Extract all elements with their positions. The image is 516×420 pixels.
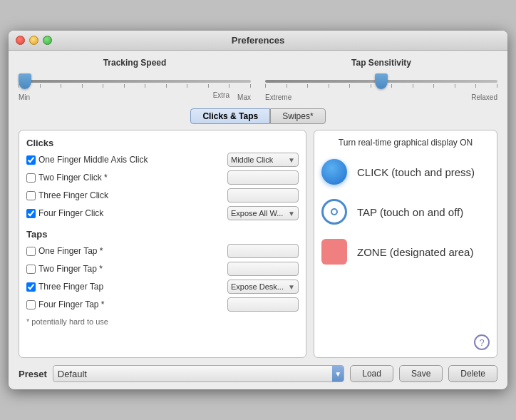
zone-legend-item: ZONE (designated area) xyxy=(321,239,473,265)
tick xyxy=(124,84,125,88)
tab-clicks-taps[interactable]: Clicks & Taps xyxy=(190,108,270,124)
tracking-speed-extra-label: Extra xyxy=(213,91,229,99)
click-legend-text: CLICK (touch and press) xyxy=(357,166,475,178)
tap-sensitivity-slider-labels: Extreme Relaxed xyxy=(265,93,497,101)
tap-sensitivity-slider-container xyxy=(265,71,497,92)
tap-legend-item: TAP (touch on and off) xyxy=(321,199,463,225)
tick xyxy=(103,84,103,88)
tap-sensitivity-max-label: Relaxed xyxy=(471,93,497,101)
one-finger-middle-checkbox[interactable] xyxy=(26,155,36,165)
tick xyxy=(413,84,413,88)
right-panel-title: Turn real-time graphical display ON xyxy=(321,138,490,148)
one-finger-tap-dropdown[interactable] xyxy=(227,244,299,258)
tap-legend-text: TAP (touch on and off) xyxy=(357,206,463,218)
two-finger-tap-checkbox[interactable] xyxy=(26,265,36,274)
tick xyxy=(287,84,287,88)
four-finger-tap-label: Four Finger Tap * xyxy=(38,299,225,309)
preset-label: Preset xyxy=(19,369,47,379)
chevron-down-icon: ▼ xyxy=(288,156,295,164)
tap-sensitivity-thumb[interactable] xyxy=(375,73,388,89)
main-content: Tracking Speed xyxy=(9,51,507,389)
save-button[interactable]: Save xyxy=(399,365,443,382)
three-finger-dropdown[interactable] xyxy=(227,188,299,203)
one-finger-middle-dropdown-value: Middle Click xyxy=(231,155,273,164)
tick xyxy=(40,84,41,88)
maximize-button[interactable] xyxy=(43,36,52,45)
three-finger-tap-checkbox[interactable] xyxy=(26,282,36,292)
preset-dropdown-arrow-icon: ▼ xyxy=(332,366,344,381)
four-finger-checkbox[interactable] xyxy=(26,209,36,218)
one-finger-tap-label: One Finger Tap * xyxy=(38,246,225,256)
one-finger-middle-dropdown[interactable]: Middle Click ▼ xyxy=(227,153,299,167)
tick xyxy=(391,84,392,88)
tracking-speed-max-label: Max xyxy=(237,93,251,101)
tap-item-four-finger: Four Finger Tap * xyxy=(26,297,299,312)
tap-sensitivity-track[interactable] xyxy=(265,80,497,83)
tick xyxy=(208,84,209,88)
click-item-one-finger-middle: One Finger Middle Axis Click Middle Clic… xyxy=(26,153,299,167)
tracking-speed-track[interactable]: Extra xyxy=(19,80,251,83)
tick xyxy=(433,84,434,88)
tick xyxy=(82,84,83,88)
tab-swipes[interactable]: Swipes* xyxy=(270,108,325,124)
one-finger-tap-checkbox[interactable] xyxy=(26,247,36,256)
two-finger-label: Two Finger Click * xyxy=(38,173,225,183)
click-legend-item: CLICK (touch and press) xyxy=(321,159,475,185)
tracking-speed-label: Tracking Speed xyxy=(103,58,167,68)
delete-button[interactable]: Delete xyxy=(448,365,497,382)
window-title: Preferences xyxy=(232,35,284,46)
two-finger-tap-label: Two Finger Tap * xyxy=(38,264,225,274)
zone-legend-text: ZONE (designated area) xyxy=(357,246,473,258)
click-item-four-finger: Four Finger Click Expose All W... ▼ xyxy=(26,206,299,220)
chevron-down-icon: ▼ xyxy=(288,283,295,291)
tap-icon xyxy=(321,199,347,225)
tick xyxy=(307,84,308,88)
four-finger-label: Four Finger Click xyxy=(38,208,225,218)
four-finger-dropdown[interactable]: Expose All W... ▼ xyxy=(227,206,299,220)
preset-value: Default xyxy=(58,369,87,379)
clicks-section-title: Clicks xyxy=(26,138,299,148)
tap-item-two-finger: Two Finger Tap * xyxy=(26,262,299,276)
help-button[interactable]: ? xyxy=(474,334,490,350)
preferences-window: Preferences Tracking Speed xyxy=(9,31,507,389)
sliders-row: Tracking Speed xyxy=(19,58,497,101)
tick xyxy=(371,84,371,88)
tick xyxy=(329,84,329,88)
two-finger-tap-dropdown[interactable] xyxy=(227,262,299,276)
load-button[interactable]: Load xyxy=(350,365,393,382)
panels-container: Clicks One Finger Middle Axis Click Midd… xyxy=(19,130,497,358)
tabs-row: Clicks & Taps Swipes* xyxy=(19,108,497,124)
three-finger-label: Three Finger Click xyxy=(38,190,225,200)
three-finger-tap-dropdown[interactable]: Expose Desk... ▼ xyxy=(227,280,299,294)
tick xyxy=(475,84,476,88)
tap-inner-ring xyxy=(331,208,338,215)
traffic-lights xyxy=(16,36,52,45)
tick xyxy=(145,84,145,88)
three-finger-checkbox[interactable] xyxy=(26,191,36,200)
tick xyxy=(250,84,251,88)
click-icon xyxy=(321,159,347,185)
two-finger-dropdown[interactable] xyxy=(227,170,299,185)
preset-dropdown[interactable]: Default ▼ xyxy=(53,365,345,382)
four-finger-tap-checkbox[interactable] xyxy=(26,300,36,309)
one-finger-middle-label: One Finger Middle Axis Click xyxy=(38,155,225,165)
tick xyxy=(229,84,229,88)
zone-icon xyxy=(321,239,347,265)
four-finger-tap-dropdown[interactable] xyxy=(227,297,299,312)
close-button[interactable] xyxy=(16,36,25,45)
note-text: * potentially hard to use xyxy=(26,317,299,326)
four-finger-dropdown-value: Expose All W... xyxy=(231,209,283,217)
tick xyxy=(166,84,167,88)
tick xyxy=(497,84,497,88)
tap-item-one-finger: One Finger Tap * xyxy=(26,244,299,258)
tick xyxy=(455,84,455,88)
tick xyxy=(265,84,266,88)
tracking-speed-thumb[interactable] xyxy=(19,73,31,89)
tap-item-three-finger: Three Finger Tap Expose Desk... ▼ xyxy=(26,280,299,294)
three-finger-tap-dropdown-value: Expose Desk... xyxy=(231,282,284,291)
tap-sensitivity-section: Tap Sensitivity xyxy=(265,58,497,101)
tap-sensitivity-min-label: Extreme xyxy=(265,93,291,101)
minimize-button[interactable] xyxy=(29,36,38,45)
right-panel: Turn real-time graphical display ON CLIC… xyxy=(314,130,497,358)
two-finger-checkbox[interactable] xyxy=(26,173,36,183)
